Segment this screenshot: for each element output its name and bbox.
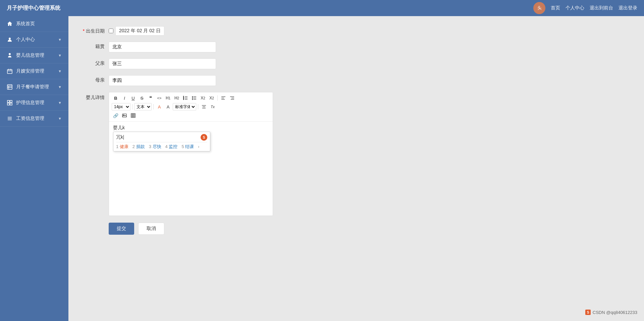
font-color-button[interactable]: A — [155, 103, 163, 110]
ime-candidate-2[interactable]: 2 捐款 — [132, 144, 145, 150]
rich-text-editor: B I U S ❝ <> H1 H2 123 — [109, 92, 273, 216]
chevron-down-icon-salary: ▼ — [58, 117, 62, 121]
italic-button[interactable]: I — [120, 94, 128, 102]
ime-logo: S — [201, 134, 207, 141]
date-checkbox[interactable] — [109, 29, 113, 33]
sidebar-label-baby: 婴儿信息管理 — [16, 52, 44, 58]
form-row-detail: 婴儿详情 B I U S ❝ <> H1 H2 123 — [82, 92, 631, 216]
sidebar-item-nurse[interactable]: 月嫂安排管理 ▼ — [0, 63, 68, 79]
h2-button[interactable]: H2 — [173, 94, 181, 102]
detail-label: 婴儿详情 — [82, 92, 109, 101]
align-right-button[interactable] — [228, 94, 236, 102]
toolbar-sep-2 — [132, 104, 132, 109]
image-button[interactable] — [120, 112, 128, 119]
code-button[interactable]: <> — [155, 94, 163, 102]
chevron-down-icon-baby: ▼ — [58, 53, 62, 57]
chevron-down-icon-nursing: ▼ — [58, 101, 62, 105]
svg-rect-38 — [122, 114, 126, 117]
ime-candidate-3[interactable]: 3 尽快 — [149, 144, 161, 150]
list-icon — [7, 116, 13, 122]
app-title: 月子护理中心管理系统 — [7, 5, 60, 12]
svg-rect-2 — [7, 70, 12, 74]
ime-candidate-1[interactable]: 1 健康 — [116, 144, 128, 150]
table-button[interactable] — [129, 112, 137, 119]
form-row-father: 父亲 — [82, 58, 631, 69]
ul-button[interactable] — [190, 94, 198, 102]
nav-logout[interactable]: 退出登录 — [619, 5, 637, 11]
svg-rect-6 — [7, 85, 12, 89]
svg-rect-12 — [7, 103, 9, 105]
calendar-icon — [7, 68, 13, 74]
sidebar-item-meal[interactable]: 月子餐申请管理 ▼ — [0, 79, 68, 95]
date-input-wrapper: 2022 年 02 月 02 日 — [109, 26, 164, 36]
subscript-button[interactable]: X2 — [199, 94, 207, 102]
sidebar-label-sys-home: 系统首页 — [16, 21, 35, 27]
svg-text:3: 3 — [183, 98, 184, 100]
nav-home[interactable]: 首页 — [551, 5, 560, 11]
h1-button[interactable]: H1 — [164, 94, 172, 102]
person-icon — [7, 37, 13, 43]
ime-candidate-5[interactable]: 5 结课 — [181, 144, 194, 150]
sidebar-label-salary: 工资信息管理 — [16, 116, 44, 122]
clear-format-button[interactable]: Tx — [209, 103, 217, 110]
align-left-button[interactable] — [219, 94, 227, 102]
font-highlight-button[interactable]: A — [164, 103, 172, 110]
chevron-down-icon: ▼ — [58, 38, 62, 42]
font-family-select[interactable]: 标准字体 — [173, 103, 196, 110]
mother-input[interactable] — [109, 75, 216, 86]
toolbar-row-1: B I U S ❝ <> H1 H2 123 — [112, 94, 270, 102]
ime-more[interactable]: › — [198, 144, 199, 149]
svg-rect-40 — [131, 113, 135, 118]
nav-personal[interactable]: 个人中心 — [566, 5, 584, 11]
baby-icon — [7, 52, 13, 58]
cancel-button[interactable]: 取消 — [138, 223, 164, 235]
quote-button[interactable]: ❝ — [147, 94, 155, 102]
svg-rect-13 — [10, 103, 12, 105]
sidebar-item-salary[interactable]: 工资信息管理 ▼ — [0, 111, 68, 127]
ime-candidate-4[interactable]: 4 监控 — [165, 144, 178, 150]
svg-point-39 — [123, 114, 124, 116]
font-size-select[interactable]: 14px12px16px18px — [112, 103, 130, 110]
father-input[interactable] — [109, 58, 216, 69]
toolbar-row-2: 14px12px16px18px 文本 A A 标准字体 — [112, 103, 270, 110]
native-place-input[interactable] — [109, 42, 216, 52]
birth-date-label: * 出生日期 — [82, 26, 109, 34]
form-buttons: 提交 取消 — [109, 223, 631, 235]
layout: 系统首页 个人中心 ▼ 婴儿信息管理 ▼ — [0, 16, 644, 321]
font-type-select[interactable]: 文本 — [134, 103, 152, 110]
strikethrough-button[interactable]: S — [138, 94, 146, 102]
sidebar-label-personal: 个人中心 — [16, 37, 35, 43]
father-label: 父亲 — [82, 58, 109, 66]
sidebar-label-nurse: 月嫂安排管理 — [16, 68, 44, 74]
toolbar-row-3: 🔗 — [112, 112, 270, 119]
sidebar-label-nursing: 护理信息管理 — [16, 100, 44, 106]
superscript-button[interactable]: X2 — [208, 94, 216, 102]
link-button[interactable]: 🔗 — [112, 112, 120, 119]
watermark-text: CSDN @qq840612233 — [593, 310, 637, 315]
native-place-label: 籍贯 — [82, 42, 109, 50]
sidebar-item-nursing[interactable]: 护理信息管理 ▼ — [0, 95, 68, 111]
sidebar-item-baby[interactable]: 婴儿信息管理 ▼ — [0, 48, 68, 63]
toolbar-sep-3 — [153, 104, 154, 109]
form-row-birthdate: * 出生日期 2022 年 02 月 02 日 — [82, 26, 631, 36]
avatar: 头 — [533, 2, 545, 14]
chevron-down-icon-meal: ▼ — [58, 85, 62, 89]
ime-typed: 冗k — [116, 134, 124, 140]
underline-button[interactable]: U — [129, 94, 137, 102]
home-icon — [7, 21, 13, 27]
svg-point-27 — [192, 98, 193, 98]
navbar-right: 头 首页 个人中心 退出到前台 退出登录 — [533, 2, 637, 14]
svg-rect-11 — [10, 100, 12, 102]
csdn-logo: S — [585, 310, 590, 315]
svg-rect-10 — [7, 100, 9, 102]
editor-body[interactable]: 婴儿k 冗k S 1 健康 — [109, 122, 273, 216]
ol-button[interactable]: 123 — [181, 94, 190, 102]
sidebar-item-sys-home[interactable]: 系统首页 — [0, 16, 68, 32]
nav-back[interactable]: 退出到前台 — [590, 5, 613, 11]
align-center-button[interactable] — [200, 103, 208, 110]
submit-button[interactable]: 提交 — [109, 223, 134, 235]
sidebar-label-meal: 月子餐申请管理 — [16, 84, 49, 90]
svg-point-0 — [9, 38, 11, 40]
sidebar-item-personal[interactable]: 个人中心 ▼ — [0, 32, 68, 48]
bold-button[interactable]: B — [112, 94, 120, 102]
